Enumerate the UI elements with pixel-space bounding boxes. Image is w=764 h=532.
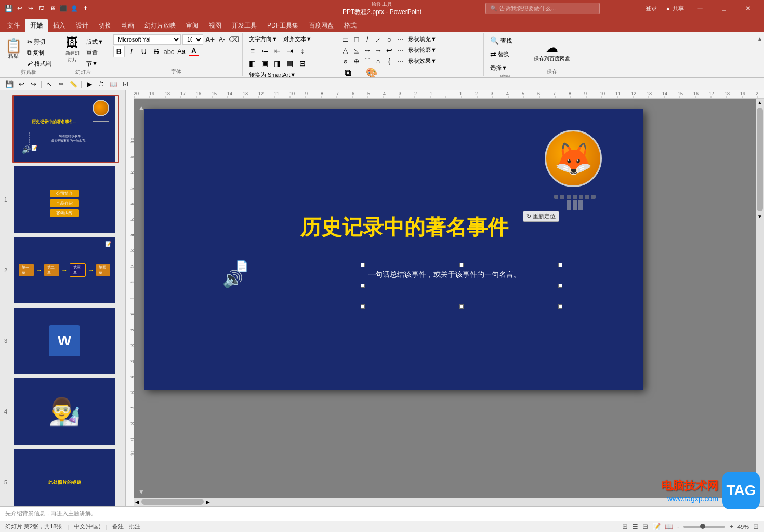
justify-btn[interactable]: ▤ [284, 58, 296, 69]
convert-smartart-btn[interactable]: 转换为 SmartArt▼ [247, 70, 298, 78]
view-reading-btn[interactable]: 📖 [665, 523, 673, 530]
decrease-font-btn[interactable]: A- [217, 34, 227, 45]
align-center-btn[interactable]: ▣ [259, 58, 271, 69]
align-text-btn[interactable]: 对齐文本▼ [281, 34, 314, 44]
view-normal-btn[interactable]: ⊞ [622, 523, 628, 530]
increase-font-btn[interactable]: A+ [205, 34, 215, 45]
arrow-btn[interactable]: ↔ [362, 46, 373, 55]
line-btn2[interactable]: ⟋ [373, 35, 384, 44]
slide-tooltip[interactable]: ↻ 重新定位 [523, 211, 559, 222]
line-spacing-btn[interactable]: ↕ [297, 45, 308, 57]
format-paint-btn[interactable]: 🖌 格式刷 [25, 58, 54, 69]
minimize-btn[interactable]: ─ [688, 0, 712, 17]
tab-file[interactable]: 文件 [2, 19, 25, 32]
check-btn[interactable]: ☑ [120, 79, 130, 89]
page-down-btn[interactable]: ▼ [138, 488, 144, 496]
comments-toggle[interactable]: 批注 [129, 523, 140, 530]
triangle-btn[interactable]: △ [340, 46, 351, 55]
tab-insert[interactable]: 插入 [48, 19, 71, 32]
align-left-btn[interactable]: ◧ [247, 58, 258, 69]
align-right-btn[interactable]: ◨ [272, 58, 283, 69]
clear-format-btn[interactable]: ⌫ [229, 34, 239, 45]
slide-thumb-2[interactable]: 1 - 公司简介 产品介绍 案例内容 [12, 165, 119, 234]
page-up-btn[interactable]: ▲ [138, 104, 144, 111]
save-qt-btn[interactable]: 💾 [4, 79, 15, 89]
tab-pdf-tools[interactable]: PDF工具集 [262, 19, 304, 32]
print-btn[interactable]: 🖫 [37, 4, 46, 13]
line-btn[interactable]: / [362, 35, 373, 44]
ellipse-btn[interactable]: ○ [384, 35, 394, 44]
spec2-btn[interactable]: ⊕ [351, 57, 362, 66]
v-scrollbar[interactable]: ▲ ▼ [756, 99, 764, 506]
zoom-plus-btn[interactable]: + [729, 523, 733, 530]
shape-outline-btn[interactable]: 形状轮廓▼ [406, 45, 439, 55]
share-btn[interactable]: ▲ 共享 [661, 4, 688, 14]
rect-btn[interactable]: ▭ [340, 35, 351, 44]
tab-transition[interactable]: 切换 [94, 19, 116, 32]
bold-btn[interactable]: B [113, 46, 125, 57]
tab-animation[interactable]: 动画 [116, 19, 139, 32]
rect-btn2[interactable]: □ [351, 35, 362, 44]
shape-effects-btn[interactable]: 形状效果▼ [406, 56, 439, 66]
slide-thumb-4[interactable]: 3 W [12, 307, 119, 375]
cut-btn[interactable]: ✂ 剪切 [25, 36, 54, 47]
tab-review[interactable]: 审阅 [181, 19, 204, 32]
slide-thumb-6[interactable]: 5 此处照片的标题 [12, 448, 119, 506]
view-outline-btn[interactable]: ☰ [632, 523, 638, 530]
subtitle-selection[interactable]: 一句话总结该事件，或关于该事件的一句名言。 [363, 265, 560, 307]
view-slide-sorter-btn[interactable]: ⊟ [642, 523, 648, 530]
reset-btn[interactable]: 重置 [84, 47, 106, 58]
save-quick-btn[interactable]: 💾 [4, 4, 14, 13]
undo-qt-btn[interactable]: ↩ [16, 79, 27, 89]
underline-btn[interactable]: U [138, 46, 150, 57]
zoom-slider[interactable] [683, 526, 725, 528]
tab-design[interactable]: 设计 [71, 19, 94, 32]
layout-btn[interactable]: 版式▼ [84, 36, 106, 47]
cursor-btn[interactable]: ↖ [44, 79, 55, 89]
present-qt-btn[interactable]: ▶ [84, 79, 95, 89]
tab-baidu[interactable]: 百度网盘 [304, 19, 339, 32]
notes-toggle[interactable]: 备注 [112, 523, 124, 530]
slide-thumb-1[interactable]: 历史记录中的著名事件... 一句话总结该事件，或关于该事件的一句名言。 🔊 📝 [12, 95, 119, 163]
shape-fill-btn[interactable]: 形状填充▼ [406, 34, 439, 44]
view-notes-btn[interactable]: 📝 [652, 523, 661, 530]
slide-thumb-5[interactable]: 4 👨‍🔬 [12, 377, 119, 446]
shape-more[interactable]: ⋯ [395, 35, 405, 44]
read-btn[interactable]: 📖 [108, 79, 118, 89]
redo-btn[interactable]: ↪ [26, 4, 35, 13]
text-direction-btn[interactable]: 文字方向▼ [247, 34, 280, 44]
tab-format[interactable]: 格式 [339, 19, 362, 32]
char-space-btn[interactable]: Aa [176, 46, 187, 57]
bend-btn[interactable]: ↩ [384, 46, 394, 55]
col-btn[interactable]: ⊟ [297, 58, 308, 69]
paste-btn[interactable]: 📋 粘贴 [3, 34, 24, 64]
present-btn[interactable]: 🖥 [48, 4, 57, 13]
spec3-btn[interactable]: ⌒ [362, 57, 373, 66]
font-size-select[interactable]: 16 [182, 34, 203, 45]
quick-styles-btn[interactable]: 🎨 快速样式 [358, 66, 385, 78]
spec5-btn[interactable]: { [384, 57, 394, 66]
user-btn[interactable]: 👤 [70, 4, 79, 13]
rtriangle-btn[interactable]: ◺ [351, 46, 362, 55]
tab-home[interactable]: 开始 [25, 19, 48, 32]
shadow-btn[interactable]: abc [163, 46, 175, 57]
section-btn[interactable]: 节▼ [84, 58, 106, 69]
numbering-btn[interactable]: ≔ [259, 45, 271, 57]
tab-view[interactable]: 视图 [204, 19, 227, 32]
arrange-btn[interactable]: ⧉ 排列 [340, 66, 356, 78]
spec4-btn[interactable]: ∩ [373, 57, 384, 66]
font-name-select[interactable]: Microsoft Yai [113, 34, 181, 45]
ruler-btn[interactable]: 📏 [68, 79, 78, 89]
redo-qt-btn[interactable]: ↪ [28, 79, 38, 89]
italic-btn[interactable]: I [126, 46, 137, 57]
save-baidu-btn[interactable]: ☁ 保存到百度网盘 [531, 39, 573, 63]
close-btn[interactable]: ✕ [736, 0, 760, 17]
find-btn[interactable]: 🔍 查找 [488, 34, 523, 47]
spec1-btn[interactable]: ⌀ [340, 57, 351, 66]
font-color-btn[interactable]: A [188, 46, 200, 57]
undo-btn[interactable]: ↩ [15, 4, 24, 13]
shape-more2[interactable]: ⋯ [395, 46, 405, 55]
select-btn[interactable]: 选择▼ [488, 61, 523, 74]
rehearse-btn[interactable]: ⏱ [96, 79, 107, 89]
spec6-btn[interactable]: ⋯ [395, 57, 405, 66]
